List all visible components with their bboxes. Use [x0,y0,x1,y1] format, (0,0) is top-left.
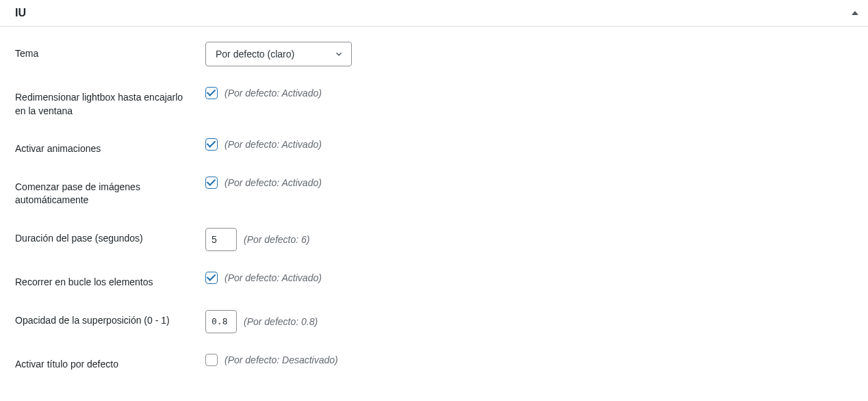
row-animations: Activar animaciones (Por defecto: Activa… [0,123,868,161]
duration-hint: (Por defecto: 6) [244,234,310,245]
row-loop: Recorrer en bucle los elementos (Por def… [0,257,868,295]
label-animations: Activar animaciones [0,123,190,161]
theme-select[interactable]: Por defecto (claro) [205,42,352,66]
row-theme: Tema Por defecto (claro) [0,27,868,72]
default-title-checkbox[interactable] [205,354,218,366]
label-opacity: Opacidad de la superposición (0 - 1) [0,295,190,333]
resize-hint: (Por defecto: Activado) [225,88,322,99]
row-resize: Redimensionar lightbox hasta encajarlo e… [0,72,868,123]
animations-checkbox[interactable] [205,138,218,151]
resize-checkbox[interactable] [205,87,218,99]
row-autostart: Comenzar pase de imágenes automáticament… [0,161,868,213]
label-resize: Redimensionar lightbox hasta encajarlo e… [0,72,190,123]
label-default-title: Activar título por defecto [0,339,190,377]
loop-checkbox[interactable] [205,272,218,284]
animations-hint: (Por defecto: Activado) [225,139,322,150]
loop-hint: (Por defecto: Activado) [225,272,322,283]
settings-form: Tema Por defecto (claro) Redimensionar l… [0,27,868,376]
theme-select-wrap: Por defecto (claro) [205,42,352,66]
panel-header: IU [0,0,868,27]
duration-input[interactable] [205,228,237,251]
opacity-input[interactable] [205,310,237,333]
autostart-checkbox[interactable] [205,177,218,189]
autostart-hint: (Por defecto: Activado) [225,177,322,188]
row-opacity: Opacidad de la superposición (0 - 1) (Po… [0,295,868,339]
row-duration: Duración del pase (segundos) (Por defect… [0,213,868,257]
label-loop: Recorrer en bucle los elementos [0,257,190,295]
label-autostart: Comenzar pase de imágenes automáticament… [0,161,190,213]
label-theme: Tema [0,27,190,66]
label-duration: Duración del pase (segundos) [0,213,190,251]
panel-title: IU [15,7,26,19]
opacity-hint: (Por defecto: 0.8) [244,316,318,327]
collapse-toggle-icon[interactable] [852,11,858,15]
row-default-title: Activar título por defecto (Por defecto:… [0,339,868,377]
default-title-hint: (Por defecto: Desactivado) [225,354,338,365]
